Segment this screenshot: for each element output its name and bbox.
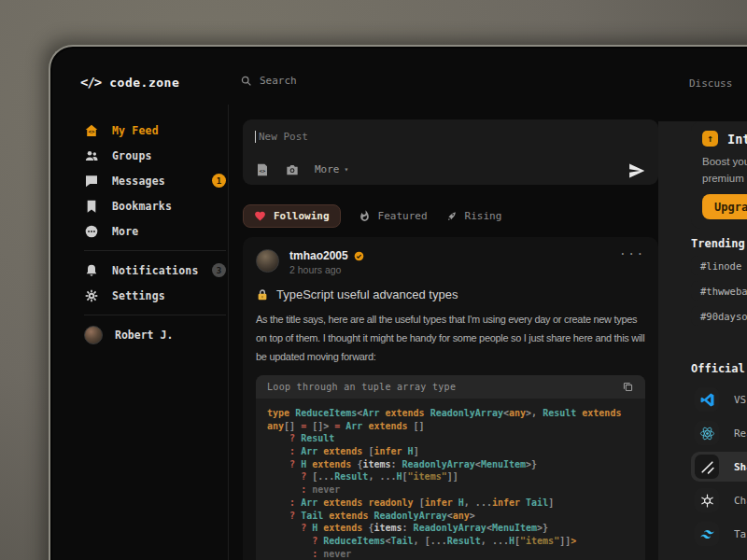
rocket-icon: [445, 210, 458, 222]
post-author-name[interactable]: tmhao2005: [289, 249, 348, 262]
arrow-up-icon: ↑: [702, 131, 718, 147]
app-logo-text: code.zone: [109, 76, 179, 90]
right-rail: ↑ Intro Boost your premium fe Upgrade Tr…: [691, 121, 747, 229]
lock-emoji-icon: [256, 288, 269, 301]
notifications-count-badge: 3: [212, 263, 226, 277]
messages-unread-badge: 1: [212, 174, 226, 188]
search-placeholder: Search: [260, 75, 297, 87]
code-snippet: Loop through an tuple array type type Re…: [256, 375, 645, 560]
messages-icon: [84, 174, 99, 189]
post-timestamp: 2 hours ago: [289, 264, 364, 275]
attach-code-file-button[interactable]: <>: [255, 162, 270, 177]
tab-featured[interactable]: Featured: [359, 210, 428, 222]
code-content[interactable]: type ReduceItems<Arr extends ReadonlyArr…: [256, 399, 645, 560]
bookmark-icon: [84, 199, 99, 214]
shadcn-icon: [695, 455, 719, 479]
groups-icon: [84, 148, 99, 163]
trending-tag[interactable]: #linode: [691, 256, 747, 275]
official-item-chatgpt[interactable]: ChatGPT: [691, 485, 747, 515]
verified-badge-icon: [354, 251, 364, 261]
feed-tabs: Following Featured Rising: [243, 203, 658, 228]
official-item-shadcn[interactable]: Shadcn: [691, 452, 747, 482]
sidebar-item-bookmarks[interactable]: Bookmarks: [84, 193, 226, 218]
left-sidebar: <> My Feed Groups Messages 1 Bookmarks M…: [84, 118, 226, 347]
camera-button[interactable]: [285, 162, 300, 177]
official-heading: Official: [691, 362, 747, 375]
svg-text:<>: <>: [260, 168, 265, 174]
vscode-icon: [695, 387, 719, 412]
trending-tag[interactable]: #thwweba: [691, 281, 747, 301]
chatgpt-icon: [695, 488, 719, 512]
app-logo[interactable]: </> code.zone: [80, 75, 179, 90]
tab-rising[interactable]: Rising: [445, 210, 502, 222]
tab-following[interactable]: Following: [243, 204, 341, 228]
sidebar-item-notifications[interactable]: Notifications 3: [84, 258, 226, 283]
post-body: As the title says, here are all the usef…: [256, 310, 645, 366]
nav-item-discuss[interactable]: Discuss: [689, 77, 732, 90]
more-circle-icon: [84, 224, 99, 239]
trending-section: Trending #linode #thwweba #90dayso: [691, 237, 747, 326]
react-icon: [695, 421, 719, 445]
bell-icon: [84, 263, 99, 278]
post-title: TypeScript useful advanced types: [256, 287, 645, 301]
intro-premium-card: ↑ Intro Boost your premium fe Upgrade: [691, 121, 747, 229]
official-item-tailwind[interactable]: Tailwind: [691, 519, 747, 549]
sidebar-item-more[interactable]: More: [84, 218, 226, 244]
official-section: Official VS Code React Shadcn: [691, 362, 747, 553]
intro-card-text: Boost your premium fe: [702, 154, 747, 187]
sidebar-item-messages[interactable]: Messages 1: [84, 168, 226, 193]
search-icon: [240, 75, 252, 87]
official-item-vscode[interactable]: VS Code: [691, 385, 747, 414]
post-author-avatar[interactable]: [256, 249, 279, 273]
heart-icon: [254, 210, 266, 222]
trending-tag[interactable]: #90dayso: [691, 306, 747, 326]
post-menu-button[interactable]: ···: [619, 249, 645, 259]
sidebar-item-settings[interactable]: Settings: [84, 283, 226, 308]
profile-avatar: [84, 326, 103, 344]
chevron-down-icon: ▾: [345, 165, 349, 174]
composer-toolbar: <> More ▾: [255, 154, 646, 185]
copy-code-button[interactable]: [622, 381, 634, 393]
text-cursor: [255, 131, 256, 143]
home-icon: <>: [84, 123, 99, 138]
post-header: tmhao2005 2 hours ago ···: [256, 249, 645, 275]
tailwind-icon: [695, 522, 719, 546]
feed-column: New Post <> More ▾ Following: [243, 119, 658, 560]
top-nav: </> code.zone Search Discuss: [50, 47, 747, 106]
code-snippet-header: Loop through an tuple array type: [256, 375, 645, 399]
composer-more-button[interactable]: More ▾: [315, 163, 348, 175]
sidebar-item-groups[interactable]: Groups: [84, 143, 226, 168]
upgrade-button[interactable]: Upgrade: [702, 194, 747, 219]
new-post-input[interactable]: New Post: [255, 119, 646, 154]
trending-heading: Trending: [691, 237, 747, 250]
code-logo-icon: </>: [80, 75, 101, 90]
sidebar-item-my-feed[interactable]: <> My Feed: [84, 118, 226, 143]
intro-card-heading: Intro: [727, 132, 747, 147]
new-post-composer: New Post <> More ▾: [243, 119, 658, 185]
profile-button[interactable]: Robert J.: [84, 323, 226, 347]
flame-icon: [359, 210, 371, 222]
device-screen: </> code.zone Search Discuss <> My Feed …: [49, 45, 747, 560]
post-card: tmhao2005 2 hours ago ··· TypeScript use…: [243, 237, 658, 560]
code-snippet-title: Loop through an tuple array type: [267, 382, 456, 392]
send-post-button[interactable]: [627, 161, 646, 178]
sidebar-main-divider: [228, 105, 229, 560]
official-item-react[interactable]: React: [691, 418, 747, 448]
sidebar-divider: [84, 315, 226, 315]
svg-text:<>: <>: [89, 129, 95, 134]
sidebar-divider: [84, 250, 226, 251]
search-input[interactable]: Search: [240, 75, 297, 87]
gear-icon: [84, 288, 99, 303]
